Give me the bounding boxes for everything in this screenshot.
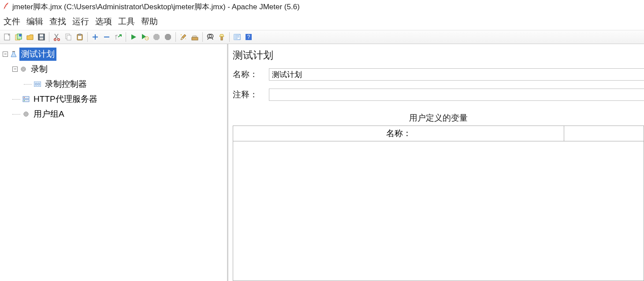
- svg-point-15: [181, 34, 182, 35]
- app-feather-icon: [3, 3, 9, 11]
- copy-icon[interactable]: [63, 32, 74, 42]
- tree-connector: [24, 84, 32, 85]
- cut-icon[interactable]: [52, 32, 62, 42]
- panel-title: 测试计划: [233, 48, 644, 62]
- comment-input[interactable]: [269, 89, 644, 101]
- col-value-header[interactable]: [564, 126, 644, 141]
- title-bar: jmeter脚本.jmx (C:\Users\Administrator\Des…: [0, 0, 644, 13]
- gear-icon: [19, 65, 27, 73]
- tree-connector: [12, 99, 20, 100]
- remove-icon[interactable]: [101, 32, 112, 42]
- collapse-icon[interactable]: −: [3, 52, 8, 57]
- clear-all-icon[interactable]: [190, 32, 200, 42]
- menu-options[interactable]: 选项: [95, 16, 112, 27]
- toolbar-separator: [87, 32, 88, 42]
- paste-icon[interactable]: [74, 32, 85, 42]
- server-icon: [22, 95, 30, 103]
- templates-icon[interactable]: [13, 32, 24, 42]
- menu-file[interactable]: 文件: [4, 16, 20, 27]
- content-area: − 测试计划 − 录制: [0, 44, 644, 281]
- add-icon[interactable]: [90, 32, 101, 42]
- svg-point-8: [58, 39, 60, 41]
- toolbar: ?: [0, 30, 644, 44]
- comment-row: 注释：: [233, 89, 644, 101]
- menu-run[interactable]: 运行: [72, 16, 89, 27]
- tree-label: 测试计划: [19, 48, 56, 61]
- svg-point-7: [54, 39, 56, 41]
- tree-label: 录制控制器: [43, 78, 89, 91]
- tree-node-http-proxy[interactable]: HTTP代理服务器: [11, 92, 225, 107]
- toolbar-separator: [202, 32, 203, 42]
- tree-label: HTTP代理服务器: [32, 92, 99, 106]
- menu-tools[interactable]: 工具: [118, 16, 135, 27]
- menu-search[interactable]: 查找: [49, 16, 66, 27]
- collapse-icon[interactable]: −: [12, 67, 18, 72]
- svg-rect-28: [34, 81, 41, 87]
- help-icon[interactable]: ?: [243, 32, 254, 42]
- gear-icon: [22, 110, 30, 118]
- tree-node-test-plan[interactable]: − 测试计划: [2, 47, 225, 62]
- toolbar-separator: [175, 32, 176, 42]
- svg-rect-6: [40, 37, 43, 40]
- toolbar-separator: [49, 32, 49, 42]
- start-no-timers-icon[interactable]: [140, 32, 150, 42]
- function-helper-icon[interactable]: [232, 32, 242, 42]
- svg-rect-13: [78, 36, 82, 39]
- name-label: 名称：: [233, 69, 264, 80]
- tree-label: 用户组A: [32, 107, 66, 121]
- tree-label: 录制: [29, 63, 49, 76]
- svg-rect-5: [40, 34, 43, 37]
- tree-connector: [12, 114, 20, 115]
- reset-search-icon[interactable]: [216, 32, 227, 42]
- expand-icon[interactable]: [113, 32, 123, 42]
- tree-node-recording[interactable]: − 录制: [11, 62, 225, 77]
- shutdown-icon[interactable]: [163, 32, 173, 42]
- svg-rect-22: [234, 34, 235, 40]
- svg-point-16: [185, 38, 186, 39]
- svg-rect-10: [67, 35, 71, 40]
- comment-label: 注释：: [233, 89, 264, 100]
- svg-point-33: [24, 97, 25, 98]
- svg-point-29: [35, 83, 37, 85]
- svg-rect-17: [192, 37, 198, 40]
- cassette-icon: [34, 80, 41, 88]
- svg-text:?: ?: [247, 34, 250, 40]
- name-row: 名称：: [233, 68, 644, 81]
- tree-node-recording-controller[interactable]: 录制控制器: [23, 77, 225, 92]
- svg-point-3: [19, 34, 22, 37]
- svg-point-30: [38, 83, 40, 85]
- menu-edit[interactable]: 编辑: [26, 16, 43, 27]
- open-icon[interactable]: [25, 32, 35, 42]
- name-input[interactable]: [269, 68, 644, 81]
- search-icon[interactable]: [205, 32, 216, 42]
- window-title: jmeter脚本.jmx (C:\Users\Administrator\Des…: [12, 2, 300, 12]
- svg-point-36: [25, 113, 27, 115]
- svg-rect-25: [12, 51, 15, 52]
- toolbar-separator: [229, 32, 230, 42]
- user-vars-table: 名称：: [233, 126, 644, 281]
- svg-rect-20: [221, 37, 223, 40]
- menu-help[interactable]: 帮助: [141, 16, 158, 27]
- toolbar-separator: [126, 32, 126, 42]
- tree-node-user-group-a[interactable]: 用户组A: [11, 107, 225, 122]
- new-file-icon[interactable]: [2, 32, 12, 42]
- clear-icon[interactable]: [178, 32, 189, 42]
- menu-bar: 文件 编辑 查找 运行 选项 工具 帮助: [0, 13, 644, 30]
- flask-icon: [10, 50, 18, 58]
- tree-panel: − 测试计划 − 录制: [0, 44, 228, 281]
- col-name-header[interactable]: 名称：: [233, 126, 564, 141]
- table-body[interactable]: [233, 141, 644, 281]
- start-icon[interactable]: [128, 32, 139, 42]
- save-icon[interactable]: [36, 32, 47, 42]
- vars-section-title: 用户定义的变量: [233, 112, 644, 124]
- stop-icon[interactable]: [151, 32, 162, 42]
- svg-point-27: [22, 68, 24, 70]
- svg-rect-12: [78, 34, 81, 35]
- table-header: 名称：: [233, 126, 644, 141]
- properties-panel: 测试计划 名称： 注释： 用户定义的变量 名称：: [228, 44, 644, 281]
- svg-point-34: [24, 100, 25, 101]
